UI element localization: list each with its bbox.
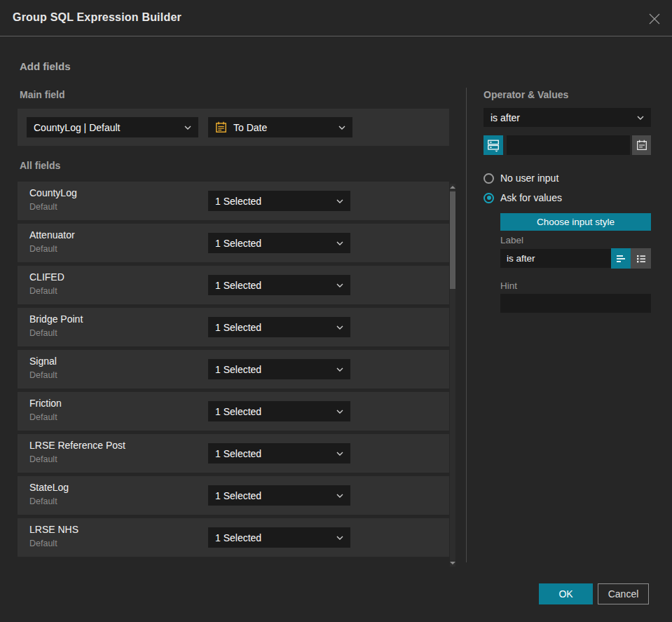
hint-caption: Hint: [500, 280, 517, 291]
field-source: Default: [29, 202, 57, 212]
field-row: CountyLog Default 1 Selected: [18, 182, 449, 220]
hint-input[interactable]: [500, 294, 651, 313]
dialog-header: Group SQL Expression Builder: [0, 0, 672, 36]
field-selected-dropdown[interactable]: 1 Selected: [208, 485, 350, 506]
field-selected-dropdown[interactable]: 1 Selected: [208, 359, 350, 379]
radio-circle-icon: [484, 193, 494, 203]
add-fields-heading: Add fields: [20, 60, 71, 72]
scrollbar-thumb[interactable]: [450, 191, 455, 289]
chevron-down-icon: [336, 325, 343, 330]
field-selected-value: 1 Selected: [215, 322, 261, 333]
calendar-icon: [215, 121, 227, 133]
main-field-dropdown[interactable]: CountyLog | Default: [27, 117, 198, 137]
operator-values-heading: Operator & Values: [484, 89, 568, 100]
fields-list-scrollbar[interactable]: [450, 184, 455, 567]
field-name: Bridge Point: [29, 313, 83, 325]
field-selected-value: 1 Selected: [215, 238, 261, 249]
date-value-input[interactable]: [507, 135, 630, 155]
field-name: CountyLog: [29, 187, 77, 198]
field-row: CLIFED Default 1 Selected: [18, 266, 449, 304]
field-name: Attenuator: [29, 229, 75, 241]
field-source: Default: [29, 496, 57, 506]
stacked-rows-dropdown-icon[interactable]: [484, 135, 503, 155]
field-selected-dropdown[interactable]: 1 Selected: [208, 191, 350, 211]
calendar-picker-icon[interactable]: [632, 135, 651, 155]
chevron-down-icon: [336, 199, 343, 203]
align-left-lines-icon[interactable]: [611, 248, 631, 269]
field-source: Default: [29, 539, 57, 548]
label-input[interactable]: [500, 249, 611, 268]
field-selected-value: 1 Selected: [215, 364, 261, 375]
main-field-container: CountyLog | Default To Date: [18, 109, 449, 146]
field-selected-value: 1 Selected: [215, 532, 261, 543]
field-row: StateLog Default 1 Selected: [18, 476, 449, 515]
radio-no-user-input-label: No user input: [500, 173, 558, 184]
dialog-title: Group SQL Expression Builder: [13, 11, 181, 24]
field-selected-dropdown[interactable]: 1 Selected: [208, 443, 350, 464]
field-selected-value: 1 Selected: [215, 196, 261, 207]
radio-ask-for-values[interactable]: Ask for values: [484, 192, 562, 203]
field-selected-value: 1 Selected: [215, 406, 261, 417]
choose-input-style-button[interactable]: Choose input style: [500, 213, 651, 231]
chevron-down-icon: [336, 283, 343, 288]
all-fields-list: CountyLog Default 1 Selected Attenuator …: [18, 182, 449, 560]
field-name: LRSE NHS: [29, 524, 78, 535]
field-row: LRSE NHS Default 1 Selected: [18, 518, 449, 557]
chevron-down-icon: [336, 367, 343, 372]
scrollbar-down-icon[interactable]: [450, 562, 455, 564]
chevron-down-icon: [336, 536, 343, 540]
ok-button[interactable]: OK: [539, 583, 593, 604]
field-selected-dropdown[interactable]: 1 Selected: [208, 527, 350, 548]
chevron-down-icon: [336, 494, 343, 498]
field-source: Default: [29, 370, 57, 380]
chevron-down-icon: [637, 116, 644, 120]
group-sql-expression-builder-dialog: Group SQL Expression Builder Add fields …: [0, 0, 672, 622]
radio-circle-icon: [484, 173, 494, 184]
field-source: Default: [29, 244, 57, 254]
field-row: Attenuator Default 1 Selected: [18, 224, 449, 262]
vertical-divider: [466, 88, 467, 562]
chevron-down-icon: [184, 126, 191, 130]
radio-ask-for-values-label: Ask for values: [500, 192, 562, 203]
field-row: Bridge Point Default 1 Selected: [18, 308, 449, 346]
operator-dropdown[interactable]: is after: [484, 108, 651, 127]
chevron-down-icon: [336, 452, 343, 456]
field-name: Signal: [29, 356, 57, 367]
cancel-button[interactable]: Cancel: [598, 583, 649, 604]
main-field-dropdown-value: CountyLog | Default: [34, 122, 121, 133]
field-row: Signal Default 1 Selected: [18, 350, 449, 388]
chevron-down-icon: [336, 241, 343, 245]
field-source: Default: [29, 328, 57, 338]
close-icon[interactable]: [645, 10, 664, 28]
radio-no-user-input[interactable]: No user input: [484, 173, 558, 184]
main-field-date-dropdown[interactable]: To Date: [208, 117, 352, 137]
field-selected-value: 1 Selected: [215, 280, 261, 291]
main-field-date-value: To Date: [233, 122, 267, 133]
field-selected-dropdown[interactable]: 1 Selected: [208, 317, 350, 337]
all-fields-label: All fields: [20, 160, 60, 171]
chevron-down-icon: [336, 410, 343, 414]
bulleted-list-icon[interactable]: [631, 248, 651, 269]
field-name: LRSE Reference Post: [29, 440, 125, 451]
field-source: Default: [29, 412, 57, 422]
field-name: CLIFED: [29, 271, 64, 283]
main-field-label: Main field: [20, 89, 65, 100]
field-name: StateLog: [29, 482, 69, 493]
field-row: LRSE Reference Post Default 1 Selected: [18, 434, 449, 473]
chevron-down-icon: [338, 126, 345, 130]
label-caption: Label: [500, 235, 523, 245]
operator-dropdown-value: is after: [491, 112, 520, 123]
field-selected-value: 1 Selected: [215, 490, 261, 501]
field-row: Friction Default 1 Selected: [18, 392, 449, 431]
field-name: Friction: [29, 398, 62, 409]
field-selected-dropdown[interactable]: 1 Selected: [208, 401, 350, 421]
field-source: Default: [29, 286, 57, 296]
field-selected-dropdown[interactable]: 1 Selected: [208, 233, 350, 253]
scrollbar-up-icon[interactable]: [450, 186, 455, 189]
field-selected-value: 1 Selected: [215, 448, 261, 459]
field-source: Default: [29, 454, 57, 464]
field-selected-dropdown[interactable]: 1 Selected: [208, 275, 350, 295]
